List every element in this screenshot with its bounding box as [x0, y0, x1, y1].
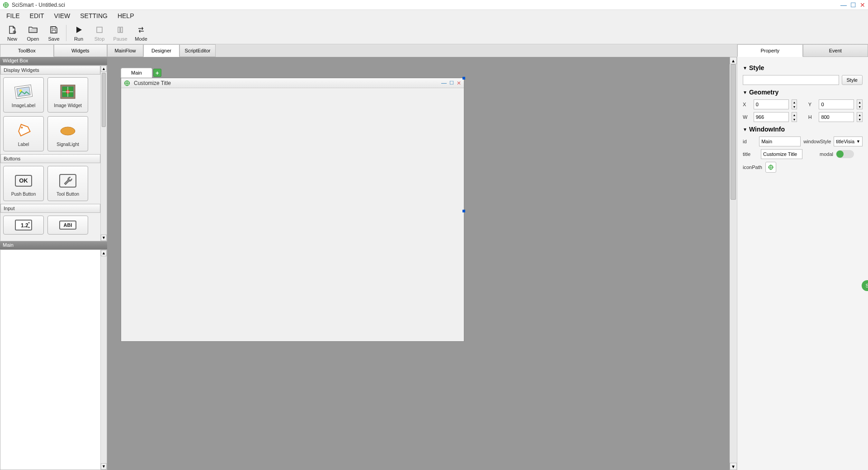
tab-toolbox[interactable]: ToolBox: [0, 44, 54, 57]
new-file-icon: [8, 24, 17, 35]
widgetbox-scrollbar[interactable]: ▲ ▼: [100, 66, 107, 241]
scroll-up-icon[interactable]: ▲: [730, 57, 737, 64]
x-spinner[interactable]: ▲▼: [792, 99, 797, 109]
widget-textinput[interactable]: ABI: [47, 216, 88, 235]
scroll-down-icon[interactable]: ▼: [730, 463, 737, 470]
widget-pushbutton[interactable]: OK Push Button: [3, 166, 44, 201]
win-close-icon[interactable]: ✕: [457, 80, 461, 86]
folder-open-icon: [28, 24, 38, 35]
section-geometry[interactable]: Geometry: [743, 89, 863, 96]
designer-window-titlebar[interactable]: Customize Title — ☐ ✕: [121, 78, 464, 88]
minimize-icon[interactable]: —: [840, 1, 847, 9]
title-label: title: [743, 151, 758, 157]
open-button[interactable]: Open: [23, 22, 43, 44]
app-title: SciSmart - Untitled.sci: [12, 2, 65, 8]
document-tabs: Main +: [121, 68, 161, 78]
designer-window[interactable]: Customize Title — ☐ ✕: [121, 78, 464, 342]
win-maximize-icon[interactable]: ☐: [449, 80, 454, 86]
maximize-icon[interactable]: ☐: [850, 1, 856, 9]
scroll-thumb[interactable]: [102, 73, 106, 127]
widget-imagelabel[interactable]: ImageLabel: [3, 77, 44, 113]
win-minimize-icon[interactable]: —: [441, 80, 447, 86]
modal-toggle[interactable]: [836, 150, 854, 158]
selection-handle-top-right[interactable]: [462, 77, 465, 80]
designer-window-title: Customize Title: [134, 80, 441, 86]
section-windowinfo[interactable]: WindowInfo: [743, 126, 863, 133]
tab-scripteditor[interactable]: ScriptEditor: [179, 44, 216, 57]
x-input[interactable]: [754, 99, 789, 109]
image-widget-icon: [58, 82, 78, 102]
window-logo-icon: [124, 80, 130, 86]
svg-text:1.2: 1.2: [21, 222, 28, 229]
y-input[interactable]: [819, 99, 854, 109]
mode-button[interactable]: Mode: [131, 22, 151, 44]
run-button[interactable]: Run: [68, 22, 89, 44]
image-icon: [14, 82, 33, 102]
widget-signallight[interactable]: SignalLight: [47, 116, 88, 151]
menu-setting[interactable]: SETTING: [75, 11, 112, 20]
new-button[interactable]: New: [2, 22, 23, 44]
modal-label: modal: [805, 151, 833, 157]
add-tab-button[interactable]: +: [153, 69, 161, 77]
save-button[interactable]: Save: [43, 22, 64, 44]
style-input[interactable]: [743, 75, 839, 85]
selection-handle-right[interactable]: [462, 210, 465, 212]
menu-file[interactable]: FILE: [2, 11, 24, 20]
w-input[interactable]: [754, 112, 789, 122]
menubar: FILE EDIT VIEW SETTING HELP: [0, 10, 868, 22]
menu-help[interactable]: HELP: [113, 11, 139, 20]
tab-designer[interactable]: Designer: [143, 44, 179, 57]
h-input[interactable]: [819, 112, 854, 122]
signal-light-icon: [58, 121, 78, 141]
titlebar: SciSmart - Untitled.sci — ☐ ✕: [0, 0, 868, 10]
close-icon[interactable]: ✕: [860, 1, 865, 9]
scroll-down-icon[interactable]: ▼: [101, 235, 107, 241]
w-label: W: [743, 114, 751, 120]
title-input[interactable]: [761, 149, 802, 159]
y-label: Y: [808, 102, 816, 107]
category-buttons[interactable]: Buttons: [0, 154, 100, 163]
style-button[interactable]: Style: [842, 75, 863, 85]
right-tabs: Property Event: [737, 44, 868, 57]
tab-mainflow[interactable]: MainFlow: [107, 44, 143, 57]
widget-toolbutton[interactable]: Tool Button: [47, 166, 88, 201]
hierarchy-tree[interactable]: ▲ ▼: [0, 249, 107, 470]
doc-tab-main[interactable]: Main: [121, 68, 152, 78]
menu-edit[interactable]: EDIT: [25, 11, 49, 20]
label-icon: [14, 121, 33, 141]
svg-rect-6: [97, 27, 102, 33]
canvas-area[interactable]: Main + Customize Title — ☐ ✕ ▲: [107, 57, 737, 470]
designer-canvas[interactable]: [121, 88, 464, 341]
save-icon: [49, 24, 58, 35]
widget-label[interactable]: Label: [3, 116, 44, 151]
menu-view[interactable]: VIEW: [49, 11, 75, 20]
h-spinnerConsumerRightslushot[interactable]: ▲▼: [857, 112, 863, 122]
iconpath-button[interactable]: [765, 162, 776, 173]
hierarchy-header: Main: [0, 241, 107, 249]
scroll-down-icon[interactable]: ▼: [101, 463, 107, 470]
text-input-icon: ABI: [58, 216, 78, 234]
h-label: H: [808, 114, 816, 120]
scroll-up-icon[interactable]: ▲: [101, 66, 107, 72]
w-spinner[interactable]: ▲▼: [792, 112, 797, 122]
category-input[interactable]: Input: [0, 204, 100, 213]
scroll-thumb[interactable]: [731, 64, 736, 200]
tab-widgets[interactable]: Widgets: [54, 44, 108, 57]
stop-icon: [96, 24, 103, 35]
y-spinner[interactable]: ▲▼: [857, 99, 863, 109]
tab-event[interactable]: Event: [803, 44, 868, 57]
canvas-scrollbar[interactable]: ▲ ▼: [730, 57, 737, 470]
scroll-up-icon[interactable]: ▲: [101, 250, 107, 256]
pause-icon: [117, 24, 124, 35]
hierarchy-scrollbar[interactable]: ▲ ▼: [100, 250, 107, 470]
category-display-widgets[interactable]: Display Widgets: [0, 66, 100, 75]
target-icon: [768, 164, 774, 170]
widget-spinbox[interactable]: 1.2: [3, 216, 44, 235]
svg-rect-5: [52, 30, 56, 33]
section-style[interactable]: Style: [743, 64, 863, 71]
widget-imagewidget[interactable]: Image Widget: [47, 77, 88, 113]
id-input[interactable]: [759, 136, 801, 146]
tab-property[interactable]: Property: [737, 44, 803, 57]
center-tabs: MainFlow Designer ScriptEditor: [107, 44, 737, 57]
windowstyle-select[interactable]: titleVisia▼: [834, 136, 863, 146]
